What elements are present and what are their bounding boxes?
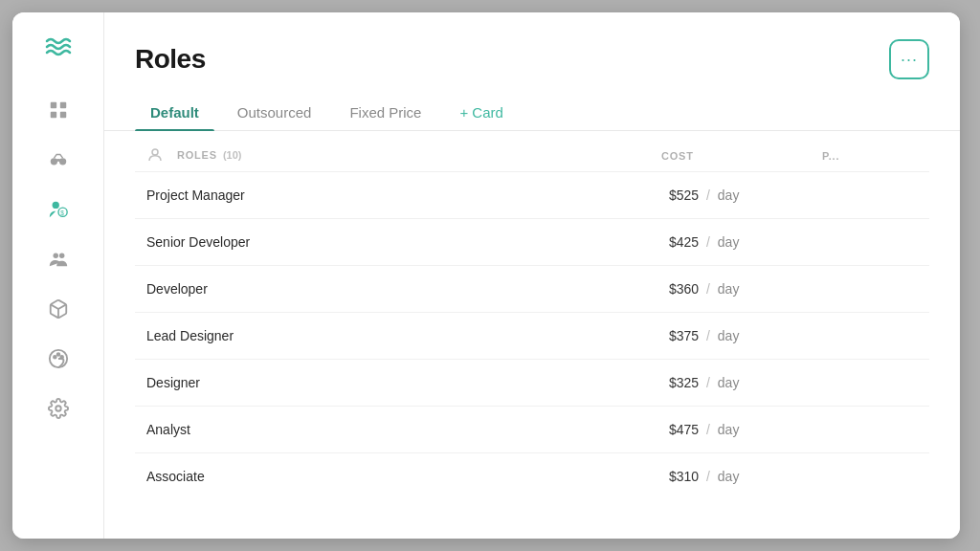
- page-title: Roles: [135, 44, 206, 75]
- page-header: Roles ···: [104, 12, 960, 79]
- sidebar-item-settings[interactable]: [37, 387, 79, 430]
- roles-header-label: ROLES: [177, 149, 217, 161]
- svg-rect-0: [50, 102, 56, 108]
- roles-count: (10): [223, 149, 242, 161]
- tab-outsourced[interactable]: Outsourced: [222, 95, 327, 130]
- tabs-container: Default Outsourced Fixed Price + Card: [104, 79, 960, 131]
- tab-add-card[interactable]: + Card: [444, 95, 518, 130]
- table-row[interactable]: Senior Developer $425 / day: [135, 218, 929, 265]
- role-cost: $375 / day: [669, 328, 822, 343]
- svg-text:$: $: [60, 209, 64, 216]
- role-name: Lead Designer: [146, 328, 669, 343]
- table-header: ROLES (10) COST P...: [135, 131, 929, 171]
- sidebar-item-palette[interactable]: [37, 338, 79, 380]
- svg-point-17: [56, 406, 61, 411]
- svg-point-14: [53, 356, 56, 359]
- svg-point-18: [152, 149, 158, 155]
- role-name: Senior Developer: [146, 234, 669, 250]
- more-options-button[interactable]: ···: [889, 39, 929, 79]
- svg-rect-6: [56, 159, 60, 162]
- svg-point-15: [56, 353, 59, 356]
- svg-rect-2: [50, 112, 56, 118]
- roles-table: ROLES (10) COST P... Project Manager $52…: [104, 131, 960, 539]
- app-logo[interactable]: [43, 32, 74, 66]
- price-header-label: P...: [822, 150, 839, 162]
- role-name: Project Manager: [146, 187, 669, 203]
- cost-header-label: COST: [661, 150, 694, 162]
- svg-rect-3: [59, 112, 65, 118]
- sidebar-item-packages[interactable]: [37, 288, 79, 330]
- table-row[interactable]: Associate $310 / day: [135, 452, 929, 499]
- role-name: Associate: [146, 469, 669, 484]
- role-cost: $310 / day: [669, 469, 822, 484]
- role-name: Designer: [146, 375, 669, 390]
- role-cost: $325 / day: [669, 375, 822, 390]
- sidebar-item-analytics[interactable]: [37, 139, 79, 181]
- table-row[interactable]: Developer $360 / day: [135, 265, 929, 312]
- sidebar-item-dashboard[interactable]: [37, 89, 79, 131]
- role-cost: $475 / day: [669, 422, 822, 437]
- sidebar: $: [12, 12, 104, 539]
- tab-default[interactable]: Default: [135, 95, 214, 130]
- sidebar-item-team[interactable]: [37, 238, 79, 280]
- svg-rect-1: [59, 102, 65, 108]
- role-cost: $425 / day: [669, 234, 822, 250]
- role-name: Analyst: [146, 422, 669, 437]
- roles-header-icon: [146, 146, 164, 164]
- svg-point-4: [50, 158, 56, 165]
- role-cost: $525 / day: [669, 187, 822, 203]
- svg-point-7: [52, 202, 58, 209]
- table-row[interactable]: Project Manager $525 / day: [135, 171, 929, 218]
- role-name: Developer: [146, 281, 669, 297]
- table-row[interactable]: Analyst $475 / day: [135, 406, 929, 452]
- svg-point-5: [58, 158, 65, 165]
- role-cost: $360 / day: [669, 281, 822, 297]
- svg-point-11: [58, 253, 63, 259]
- table-row[interactable]: Lead Designer $375 / day: [135, 312, 929, 359]
- header-actions: ···: [889, 39, 929, 79]
- sidebar-item-roles[interactable]: $: [37, 188, 79, 231]
- tab-fixed-price[interactable]: Fixed Price: [334, 95, 436, 130]
- main-content: Roles ··· Default Outsourced Fixed Price…: [104, 12, 960, 539]
- svg-point-10: [53, 253, 58, 259]
- table-row[interactable]: Designer $325 / day: [135, 359, 929, 406]
